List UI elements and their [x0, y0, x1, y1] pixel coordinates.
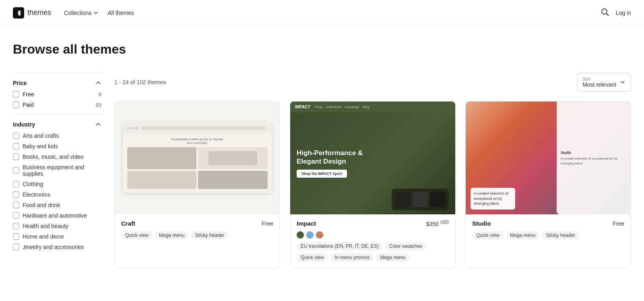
- main-header: 1 - 24 of 102 themes Sort Most relevant: [114, 73, 631, 91]
- studio-price: Free: [613, 220, 624, 227]
- paid-checkbox[interactable]: [13, 102, 19, 108]
- craft-preview: Sustainably crafted goods to elevateyour…: [115, 102, 280, 214]
- price-free-item: Free 9: [13, 91, 101, 98]
- logo-text: themes: [27, 8, 51, 17]
- collections-link[interactable]: Collections: [64, 10, 98, 16]
- theme-tag: EU translations (EN, FR, IT, DE, ES): [297, 242, 383, 251]
- chevron-down-icon: [93, 10, 98, 15]
- theme-tag: Quick view: [121, 231, 153, 240]
- price-paid-item: Paid 93: [13, 102, 101, 108]
- theme-card-impact[interactable]: IMPACT Shop Collections Campaign Blog: [290, 101, 456, 268]
- color-dot[interactable]: [306, 231, 314, 239]
- industry-filter: Industry Arts and craftsBaby and kidsBoo…: [13, 114, 101, 250]
- craft-price: Free: [262, 220, 273, 227]
- free-checkbox[interactable]: [13, 91, 19, 98]
- paid-label: Paid: [23, 102, 34, 108]
- navigation: themes Collections All themes Log in: [0, 0, 644, 26]
- impact-tags: EU translations (EN, FR, IT, DE, ES)Colo…: [297, 242, 449, 262]
- theme-card-studio[interactable]: A curated selection of exceptional art b…: [465, 101, 631, 268]
- impact-name: Impact: [297, 220, 316, 227]
- industry-item[interactable]: Home and decor: [13, 233, 101, 240]
- chevron-up-icon-industry: [95, 121, 101, 128]
- color-dot[interactable]: [297, 231, 304, 239]
- all-themes-link[interactable]: All themes: [108, 10, 134, 16]
- impact-preview: IMPACT Shop Collections Campaign Blog: [290, 102, 455, 214]
- sort-dropdown[interactable]: Sort Most relevant: [577, 73, 631, 91]
- industry-item[interactable]: Books, music, and video: [13, 154, 101, 160]
- page-title: Browse all themes: [13, 42, 631, 57]
- main-content: 1 - 24 of 102 themes Sort Most relevant: [114, 73, 631, 268]
- free-count: 9: [99, 91, 101, 98]
- impact-info: Impact $350 USD EU translations (EN, FR,…: [290, 214, 455, 268]
- sort-chevron-icon: [619, 79, 626, 85]
- sort-label: Sort: [582, 77, 616, 81]
- price-filter: Price Free 9 Paid 93: [13, 73, 101, 108]
- industry-checkbox[interactable]: [13, 154, 19, 160]
- industry-item[interactable]: Health and beauty: [13, 223, 101, 229]
- industry-checkbox[interactable]: [13, 212, 19, 219]
- industry-item[interactable]: Arts and crafts: [13, 133, 101, 139]
- color-dot[interactable]: [316, 231, 323, 239]
- theme-tag: Mega menu: [376, 253, 409, 262]
- industry-item[interactable]: Hardware and automotive: [13, 212, 101, 219]
- industry-checkbox[interactable]: [13, 167, 19, 174]
- theme-tag: Quick view: [472, 231, 504, 240]
- industry-checkbox[interactable]: [13, 244, 19, 250]
- studio-info: Studio Free Quick viewMega menuSticky he…: [466, 214, 631, 245]
- shopify-logo-icon: [13, 7, 24, 19]
- search-icon[interactable]: [601, 8, 609, 18]
- impact-price: $350 USD: [426, 220, 449, 227]
- nav-actions: Log in: [601, 8, 631, 18]
- industry-item[interactable]: Business equipment and supplies: [13, 164, 101, 177]
- impact-color-dots: [297, 231, 449, 239]
- login-link[interactable]: Log in: [616, 10, 631, 16]
- free-label: Free: [23, 91, 34, 98]
- studio-preview: A curated selection of exceptional art b…: [466, 102, 631, 214]
- industry-checkbox[interactable]: [13, 181, 19, 187]
- nav-links: Collections All themes: [64, 10, 588, 16]
- industry-item[interactable]: Clothing: [13, 181, 101, 187]
- theme-grid: Sustainably crafted goods to elevateyour…: [114, 101, 631, 268]
- craft-info: Craft Free Quick viewMega menuSticky hea…: [115, 214, 280, 245]
- theme-tag: Mega menu: [506, 231, 539, 240]
- industry-checkbox[interactable]: [13, 223, 19, 229]
- paid-count: 93: [96, 102, 101, 108]
- theme-tag: Color swatches: [385, 242, 426, 251]
- sort-value: Most relevant: [582, 81, 616, 88]
- industry-filter-header[interactable]: Industry: [13, 121, 101, 128]
- theme-tag: Sticky header: [191, 231, 228, 240]
- theme-tag: Quick view: [297, 253, 328, 262]
- logo[interactable]: themes: [13, 7, 51, 19]
- craft-tags: Quick viewMega menuSticky header: [121, 231, 273, 240]
- theme-tag: Mega menu: [155, 231, 188, 240]
- craft-name: Craft: [121, 220, 135, 227]
- industry-item[interactable]: Electronics: [13, 191, 101, 198]
- industry-item[interactable]: Jewelry and accessories: [13, 244, 101, 250]
- chevron-up-icon: [95, 80, 101, 86]
- industry-checkbox[interactable]: [13, 133, 19, 139]
- studio-name: Studio: [472, 220, 491, 227]
- studio-tags: Quick viewMega menuSticky header: [472, 231, 624, 240]
- theme-tag: In-menu promos: [330, 253, 374, 262]
- industry-checkbox[interactable]: [13, 143, 19, 149]
- industry-checkbox[interactable]: [13, 191, 19, 198]
- industry-item[interactable]: Food and drink: [13, 202, 101, 208]
- industry-item[interactable]: Baby and kids: [13, 143, 101, 149]
- industry-checkbox[interactable]: [13, 233, 19, 240]
- page-container: Browse all themes Price Free 9: [0, 26, 644, 284]
- industry-list: Arts and craftsBaby and kidsBooks, music…: [13, 133, 101, 250]
- theme-tag: Sticky header: [542, 231, 579, 240]
- content-layout: Price Free 9 Paid 93: [13, 73, 631, 268]
- theme-card-craft[interactable]: Sustainably crafted goods to elevateyour…: [114, 101, 280, 268]
- price-filter-header[interactable]: Price: [13, 80, 101, 86]
- industry-checkbox[interactable]: [13, 202, 19, 208]
- themes-count: 1 - 24 of 102 themes: [114, 79, 166, 85]
- sidebar: Price Free 9 Paid 93: [13, 73, 101, 268]
